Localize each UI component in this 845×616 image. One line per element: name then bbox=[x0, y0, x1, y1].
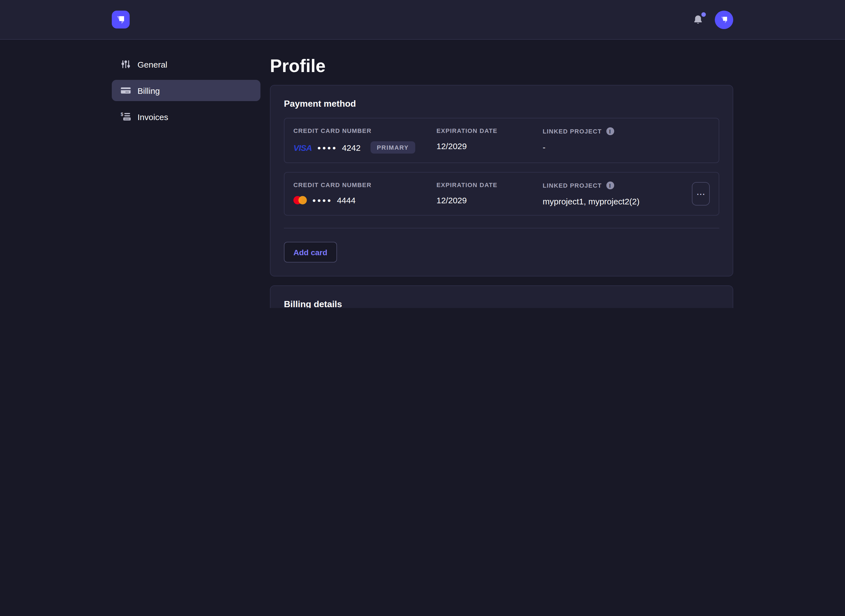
svg-text:$: $ bbox=[121, 112, 123, 117]
credit-card-row-mastercard: CREDIT CARD NUMBER •••• 4444 EXPIRATION … bbox=[284, 172, 719, 216]
sidebar-item-general[interactable]: General bbox=[112, 54, 260, 75]
card-number-label: CREDIT CARD NUMBER bbox=[293, 127, 436, 134]
sidebar-item-label: Billing bbox=[138, 86, 160, 95]
card-number-label: CREDIT CARD NUMBER bbox=[293, 182, 436, 188]
billing-details-title: Billing details bbox=[284, 299, 719, 308]
sliders-icon bbox=[121, 59, 131, 69]
expiration-label: EXPIRATION DATE bbox=[436, 182, 543, 188]
card-menu-button[interactable]: ⋯ bbox=[692, 182, 710, 205]
strapi-avatar-monogram-icon bbox=[719, 14, 730, 25]
card-dots: •••• bbox=[312, 196, 332, 205]
payment-method-title: Payment method bbox=[284, 99, 719, 109]
top-bar-right bbox=[691, 10, 733, 29]
card-dots: •••• bbox=[317, 143, 338, 153]
strapi-monogram-icon bbox=[114, 13, 128, 26]
add-card-button[interactable]: Add card bbox=[284, 242, 337, 263]
expiration-value: 12/2029 bbox=[436, 195, 543, 205]
sidebar-item-invoices[interactable]: $ Invoices bbox=[112, 106, 260, 127]
add-card-label: Add card bbox=[293, 248, 327, 257]
expiration-column: EXPIRATION DATE 12/2029 bbox=[436, 127, 543, 151]
linked-project-label: LINKED PROJECT bbox=[543, 182, 602, 189]
strapi-logo-icon[interactable] bbox=[112, 10, 130, 28]
invoice-icon: $ bbox=[121, 112, 131, 122]
credit-card-row-visa: CREDIT CARD NUMBER VISA •••• 4242 PRIMAR… bbox=[284, 118, 719, 163]
page-title: Profile bbox=[270, 54, 733, 78]
card-number-column: CREDIT CARD NUMBER VISA •••• 4242 PRIMAR… bbox=[293, 127, 436, 154]
payment-method-card: Payment method CREDIT CARD NUMBER VISA •… bbox=[270, 85, 733, 276]
info-icon[interactable]: i bbox=[606, 127, 614, 135]
linked-project-column: LINKED PROJECT i - bbox=[543, 127, 710, 152]
user-avatar[interactable] bbox=[715, 10, 733, 29]
main-panel: Profile Payment method CREDIT CARD NUMBE… bbox=[270, 54, 733, 308]
payment-divider bbox=[284, 228, 719, 229]
sidebar-item-billing[interactable]: Billing bbox=[112, 80, 260, 101]
mastercard-logo-icon bbox=[293, 196, 307, 204]
card-last4: 4444 bbox=[337, 195, 356, 205]
primary-badge: PRIMARY bbox=[370, 141, 415, 154]
expiration-value: 12/2029 bbox=[436, 141, 543, 151]
billing-details-card: Billing details First name Last name Com… bbox=[270, 285, 733, 308]
top-bar bbox=[0, 0, 845, 40]
expiration-label: EXPIRATION DATE bbox=[436, 127, 543, 134]
linked-project-label: LINKED PROJECT bbox=[543, 128, 602, 135]
sidebar-item-label: General bbox=[138, 60, 168, 69]
notification-dot bbox=[701, 12, 706, 17]
settings-sidebar: General Billing $ bbox=[112, 54, 260, 127]
app: General Billing $ bbox=[0, 0, 845, 308]
linked-project-column: LINKED PROJECT i myproject1, myproject2(… bbox=[543, 182, 692, 206]
info-icon[interactable]: i bbox=[606, 182, 614, 189]
sidebar-item-label: Invoices bbox=[138, 112, 168, 122]
credit-card-icon bbox=[121, 85, 131, 95]
linked-project-value: myproject1, myproject2(2) bbox=[543, 197, 692, 206]
card-number-column: CREDIT CARD NUMBER •••• 4444 bbox=[293, 182, 436, 205]
card-last4: 4242 bbox=[342, 143, 361, 152]
visa-logo-icon: VISA bbox=[293, 143, 312, 152]
notification-bell-icon[interactable] bbox=[691, 13, 705, 26]
linked-project-value: - bbox=[543, 142, 710, 152]
ellipsis-icon: ⋯ bbox=[697, 188, 705, 199]
expiration-column: EXPIRATION DATE 12/2029 bbox=[436, 182, 543, 205]
